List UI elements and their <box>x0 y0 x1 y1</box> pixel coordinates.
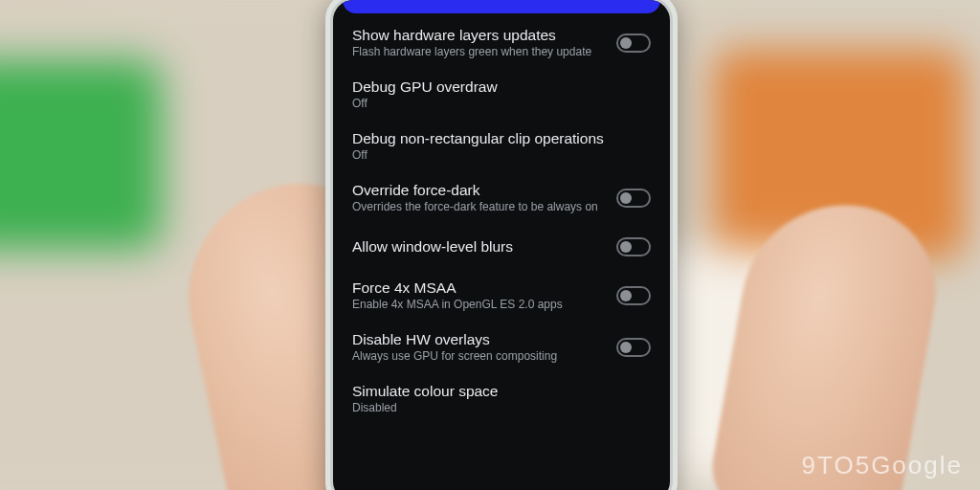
setting-subtitle: Flash hardware layers green when they up… <box>352 45 607 60</box>
setting-title: Force 4x MSAA <box>352 278 607 297</box>
setting-subtitle: Overrides the force-dark feature to be a… <box>352 200 607 215</box>
setting-subtitle: Always use GPU for screen compositing <box>352 349 607 365</box>
toggle-switch[interactable] <box>616 237 651 256</box>
developer-options-list[interactable]: Show hardware layers updates Flash hardw… <box>333 17 670 490</box>
toggle-switch[interactable] <box>616 338 651 357</box>
setting-row-clip-operations[interactable]: Debug non-rectangular clip operations Of… <box>339 121 664 172</box>
setting-title: Debug non-rectangular clip operations <box>352 129 641 147</box>
setting-title: Override force-dark <box>352 181 607 199</box>
setting-row-colour-space[interactable]: Simulate colour space Disabled <box>339 373 664 425</box>
setting-row-hw-overlays[interactable]: Disable HW overlays Always use GPU for s… <box>339 322 664 373</box>
setting-row-window-blurs[interactable]: Allow window-level blurs <box>339 224 664 270</box>
setting-title: Allow window-level blurs <box>352 237 607 256</box>
setting-subtitle: Off <box>352 97 641 112</box>
setting-row-force-dark[interactable]: Override force-dark Overrides the force-… <box>339 172 664 224</box>
setting-title: Debug GPU overdraw <box>352 78 641 96</box>
setting-row-4x-msaa[interactable]: Force 4x MSAA Enable 4x MSAA in OpenGL E… <box>339 270 664 322</box>
setting-title: Show hardware layers updates <box>352 26 607 44</box>
phone-frame: Show hardware layers updates Flash hardw… <box>325 0 678 490</box>
setting-title: Simulate colour space <box>352 382 641 400</box>
setting-subtitle: Off <box>352 148 641 164</box>
toggle-switch[interactable] <box>616 33 651 53</box>
setting-subtitle: Enable 4x MSAA in OpenGL ES 2.0 apps <box>352 298 607 313</box>
toggle-switch[interactable] <box>616 189 651 208</box>
toggle-switch[interactable] <box>616 286 651 305</box>
setting-title: Disable HW overlays <box>352 330 607 348</box>
setting-subtitle: Disabled <box>352 401 641 416</box>
top-accent-bar <box>343 0 660 13</box>
setting-row-gpu-overdraw[interactable]: Debug GPU overdraw Off <box>339 69 664 121</box>
watermark-text: 9TO5Google <box>802 451 963 480</box>
setting-row-hardware-layers[interactable]: Show hardware layers updates Flash hardw… <box>339 17 664 69</box>
phone-screen: Show hardware layers updates Flash hardw… <box>333 0 670 490</box>
